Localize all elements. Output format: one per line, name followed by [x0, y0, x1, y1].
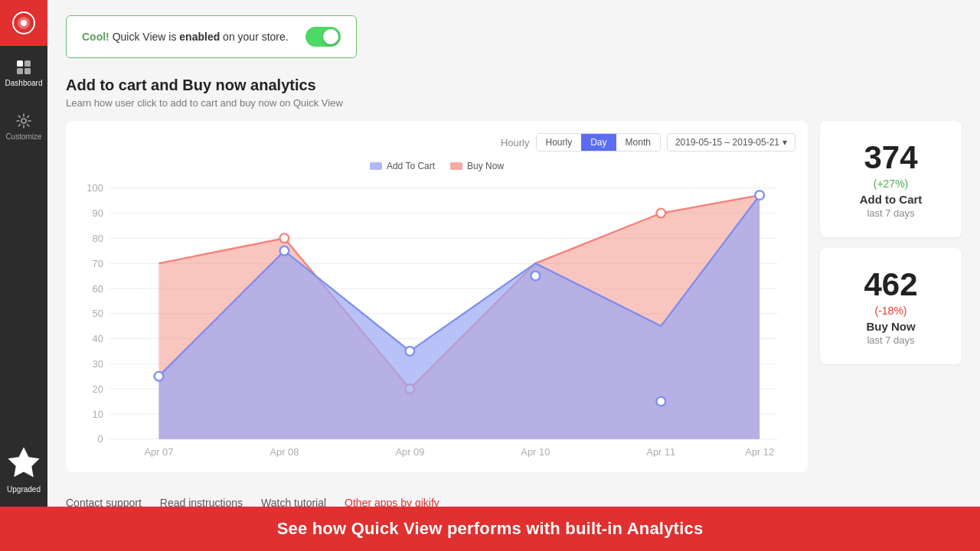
legend-buy-now: Buy Now	[450, 161, 504, 171]
svg-text:80: 80	[92, 233, 103, 244]
svg-text:50: 50	[92, 308, 103, 319]
svg-text:60: 60	[92, 283, 103, 295]
legend-label-buy-now: Buy Now	[467, 161, 504, 171]
svg-text:10: 10	[92, 409, 103, 420]
svg-text:100: 100	[87, 182, 103, 194]
chart-legend: Add To Cart Buy Now	[78, 161, 795, 171]
svg-rect-4	[24, 60, 31, 67]
chevron-down-icon: ▾	[782, 137, 787, 148]
add-to-cart-dot-apr11	[656, 397, 665, 406]
svg-point-7	[21, 119, 26, 123]
svg-text:0: 0	[98, 433, 103, 445]
tab-month[interactable]: Month	[616, 134, 660, 151]
svg-point-2	[21, 20, 27, 26]
svg-text:20: 20	[92, 383, 103, 395]
svg-text:Apr 11: Apr 11	[646, 446, 675, 457]
analytics-subtitle: Learn how user click to add to cart and …	[66, 97, 962, 109]
add-to-cart-dot-apr07	[155, 372, 164, 381]
quick-view-toggle[interactable]	[305, 27, 341, 47]
svg-rect-5	[17, 68, 23, 74]
main-content: Cool! Quick View is enabled on your stor…	[47, 0, 980, 551]
add-to-cart-dot-apr08	[280, 246, 289, 256]
add-to-cart-dot-apr12	[755, 191, 764, 200]
bottom-banner: See how Quick View performs with built-i…	[0, 507, 980, 551]
svg-text:Apr 07: Apr 07	[144, 446, 173, 457]
toggle-banner: Cool! Quick View is enabled on your stor…	[66, 15, 357, 58]
chart-container: Hourly Hourly Day Month 2019-05-15 – 201…	[66, 121, 808, 472]
time-tab-group: Hourly Day Month	[536, 133, 661, 152]
stat-change-buy-now: (-18%)	[832, 305, 949, 317]
upgraded-icon	[5, 444, 43, 482]
date-range-button[interactable]: 2019-05-15 – 2019-05-21 ▾	[667, 133, 795, 152]
toggle-thumb	[323, 29, 338, 44]
svg-rect-3	[17, 60, 23, 67]
add-to-cart-dot-apr10	[531, 272, 540, 281]
sidebar-item-upgraded[interactable]: Upgraded	[0, 444, 47, 494]
buy-now-dot-apr11	[656, 209, 665, 218]
toggle-banner-text: Cool! Quick View is enabled on your stor…	[82, 31, 289, 43]
sidebar-item-upgraded-label: Upgraded	[7, 485, 41, 494]
logo-icon	[11, 11, 36, 35]
stat-period-add-to-cart: last 7 days	[832, 207, 949, 219]
legend-dot-add-to-cart	[370, 162, 382, 170]
buy-now-dot-apr08	[280, 233, 289, 243]
stats-cards: 374 (+27%) Add to Cart last 7 days 462 (…	[820, 121, 962, 364]
tab-hourly[interactable]: Hourly	[537, 134, 582, 151]
svg-text:30: 30	[92, 358, 103, 370]
stat-label-add-to-cart: Add to Cart	[832, 193, 949, 206]
sidebar: Dashboard Customize Upgraded ?	[0, 0, 47, 551]
add-to-cart-dot-apr09	[406, 347, 415, 356]
svg-rect-6	[24, 68, 31, 74]
legend-label-add-to-cart: Add To Cart	[387, 161, 435, 171]
legend-dot-buy-now	[450, 162, 462, 170]
svg-text:Apr 12: Apr 12	[745, 446, 774, 457]
svg-text:70: 70	[92, 258, 103, 269]
svg-text:90: 90	[92, 207, 103, 219]
svg-text:Apr 09: Apr 09	[395, 446, 424, 457]
sidebar-item-customize-label: Customize	[5, 132, 41, 141]
toggle-track	[305, 27, 341, 47]
chart-svg-wrapper: 100 90 80 70 60 50 40 30 20 10 0	[78, 179, 795, 460]
stat-card-buy-now: 462 (-18%) Buy Now last 7 days	[820, 248, 962, 364]
toggle-cool-text: Cool!	[82, 31, 109, 43]
customize-icon	[15, 112, 32, 129]
svg-text:Apr 10: Apr 10	[521, 446, 550, 457]
sidebar-item-customize[interactable]: Customize	[0, 99, 47, 153]
analytics-title: Add to cart and Buy now analytics	[66, 77, 962, 94]
stat-period-buy-now: last 7 days	[832, 334, 949, 346]
tab-day[interactable]: Day	[581, 134, 616, 151]
bottom-banner-text: See how Quick View performs with built-i…	[277, 519, 704, 539]
dashboard-icon	[15, 59, 32, 76]
stat-change-add-to-cart: (+27%)	[832, 178, 949, 190]
chart-controls: Hourly Hourly Day Month 2019-05-15 – 201…	[78, 133, 795, 152]
hourly-label: Hourly	[501, 137, 530, 148]
chart-section: Hourly Hourly Day Month 2019-05-15 – 201…	[66, 121, 962, 472]
stat-label-buy-now: Buy Now	[832, 320, 949, 333]
sidebar-logo[interactable]	[0, 0, 47, 46]
stat-value-add-to-cart: 374	[832, 139, 949, 176]
sidebar-item-dashboard-label: Dashboard	[5, 79, 43, 87]
svg-text:Apr 08: Apr 08	[270, 446, 299, 457]
stat-card-add-to-cart: 374 (+27%) Add to Cart last 7 days	[820, 121, 962, 237]
legend-add-to-cart: Add To Cart	[370, 161, 435, 171]
analytics-chart: 100 90 80 70 60 50 40 30 20 10 0	[78, 179, 795, 457]
svg-text:40: 40	[92, 333, 103, 344]
sidebar-item-dashboard[interactable]: Dashboard	[0, 46, 47, 99]
stat-value-buy-now: 462	[832, 266, 949, 303]
